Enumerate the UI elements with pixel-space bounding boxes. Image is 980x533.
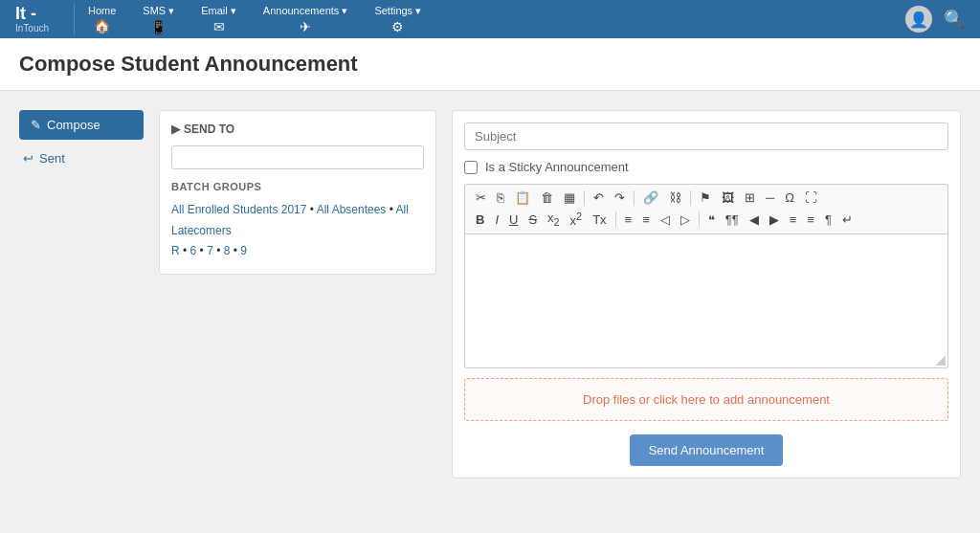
toolbar-paste[interactable]: 📋 (510, 189, 535, 207)
compose-label: Compose (47, 118, 100, 132)
batch-groups-label: BATCH GROUPS (171, 181, 424, 192)
nav-sms-label: SMS ▾ (143, 5, 174, 17)
toolbar-copy[interactable]: ⎘ (492, 189, 509, 207)
toolbar-bold[interactable]: B (471, 211, 489, 229)
toolbar-paragraph[interactable]: ¶ (820, 211, 836, 229)
toolbar-align-center[interactable]: ▶ (765, 211, 784, 229)
toolbar-unordered-list[interactable]: ≡ (637, 211, 655, 229)
toolbar-grid[interactable]: ⊞ (740, 189, 760, 207)
avatar-icon: 👤 (909, 11, 928, 29)
toolbar-rtl[interactable]: ↵ (837, 211, 858, 229)
nav-email-label: Email ▾ (201, 5, 236, 17)
nav-settings-label: Settings ▾ (374, 5, 421, 17)
toolbar-redo[interactable]: ↷ (610, 189, 630, 207)
avatar[interactable]: 👤 (905, 6, 932, 33)
toolbar-undo[interactable]: ↶ (589, 189, 609, 207)
toolbar-superscript[interactable]: x2 (566, 209, 588, 230)
toolbar-sep-3 (690, 190, 691, 206)
batch-link-all-absentees[interactable]: All Absentees (317, 203, 387, 216)
navbar-right: 👤 🔍 (905, 5, 972, 33)
batch-link-7[interactable]: 7 (207, 244, 213, 257)
toolbar-table[interactable]: ▦ (559, 189, 580, 207)
home-icon: 🏠 (94, 18, 110, 33)
batch-link-8[interactable]: 8 (224, 244, 231, 257)
subject-input[interactable] (464, 122, 948, 150)
compose-button[interactable]: ✎ Compose (19, 110, 144, 140)
toolbar-sep-5 (699, 211, 700, 227)
toolbar-sep-4 (615, 211, 616, 227)
sent-icon: ↩ (23, 151, 33, 166)
brand-it-label: It - (15, 5, 36, 24)
editor-toolbar: ✂ ⎘ 📋 🗑 ▦ ↶ ↷ 🔗 ⛓ ⚑ 🖼 ⊞ ─ Ω (464, 184, 948, 234)
main-wrapper: ✎ Compose ↩ Sent ▶ SEND TO BATCH GROUPS … (0, 91, 980, 533)
toolbar-row-2: B I U S x2 x2 Tx ≡ ≡ ◁ ▷ ❝ ¶¶ ◀ ▶ (471, 209, 942, 230)
toolbar-sep-1 (584, 190, 585, 206)
sidebar: ✎ Compose ↩ Sent (19, 110, 144, 169)
nav-items: Home 🏠 SMS ▾ 📱 Email ▾ ✉ Announcements ▾… (75, 1, 905, 38)
toolbar-image[interactable]: 🖼 (717, 189, 739, 207)
search-icon: 🔍 (944, 10, 965, 29)
send-to-input[interactable] (171, 145, 424, 169)
toolbar-align-justify[interactable]: ≡ (802, 211, 819, 229)
announcements-icon: ✈ (300, 19, 311, 34)
toolbar-cut[interactable]: ✂ (471, 189, 491, 207)
toolbar-unlink[interactable]: ⛓ (664, 189, 686, 207)
settings-icon: ⚙ (391, 19, 404, 34)
send-to-title: SEND TO (184, 122, 234, 136)
send-to-header: ▶ SEND TO (171, 122, 424, 136)
nav-announcements[interactable]: Announcements ▾ ✈ (250, 1, 362, 38)
file-drop-area[interactable]: Drop files or click here to add announce… (464, 378, 948, 421)
nav-home-label: Home (88, 5, 116, 16)
toolbar-blockquote[interactable]: ❝ (703, 211, 720, 229)
nav-settings[interactable]: Settings ▾ ⚙ (361, 1, 434, 38)
editor-body[interactable] (464, 234, 948, 368)
toolbar-sep-2 (634, 190, 635, 206)
toolbar-row-1: ✂ ⎘ 📋 🗑 ▦ ↶ ↷ 🔗 ⛓ ⚑ 🖼 ⊞ ─ Ω (471, 189, 942, 207)
brand-intouch-label: InTouch (15, 23, 49, 33)
compose-area: Is a Sticky Announcement ✂ ⎘ 📋 🗑 ▦ ↶ ↷ 🔗… (452, 110, 961, 478)
toolbar-clear-format[interactable]: Tx (588, 211, 611, 229)
toolbar-code[interactable]: ¶¶ (721, 211, 744, 229)
nav-announcements-label: Announcements ▾ (263, 5, 348, 17)
toolbar-align-right[interactable]: ≡ (785, 211, 802, 229)
toolbar-delete[interactable]: 🗑 (536, 189, 558, 207)
editor-resize-handle (936, 356, 946, 366)
send-announcement-label: Send Announcement (649, 443, 765, 457)
toolbar-underline[interactable]: U (504, 211, 523, 229)
batch-link-6[interactable]: 6 (190, 244, 197, 257)
nav-email[interactable]: Email ▾ ✉ (188, 1, 250, 38)
batch-link-all-enrolled[interactable]: All Enrolled Students 2017 (171, 203, 306, 216)
batch-group-links: All Enrolled Students 2017 • All Absente… (171, 200, 424, 262)
sent-link[interactable]: ↩ Sent (19, 147, 144, 169)
toolbar-strikethrough[interactable]: S (523, 211, 542, 229)
send-to-arrow-icon: ▶ (171, 122, 180, 136)
main-content: ✎ Compose ↩ Sent ▶ SEND TO BATCH GROUPS … (0, 91, 980, 498)
navbar: It - InTouch Home 🏠 SMS ▾ 📱 Email ▾ ✉ An… (0, 0, 980, 38)
toolbar-indent-left[interactable]: ◁ (656, 211, 675, 229)
nav-home[interactable]: Home 🏠 (75, 1, 129, 37)
page-title: Compose Student Announcement (19, 52, 961, 77)
toolbar-omega[interactable]: Ω (780, 189, 799, 207)
batch-link-r[interactable]: R (171, 244, 180, 257)
send-to-panel: ▶ SEND TO BATCH GROUPS All Enrolled Stud… (159, 110, 436, 275)
sticky-row: Is a Sticky Announcement (464, 160, 948, 174)
sticky-checkbox[interactable] (464, 161, 478, 174)
batch-link-9[interactable]: 9 (240, 244, 247, 257)
toolbar-link[interactable]: 🔗 (638, 189, 663, 207)
nav-sms[interactable]: SMS ▾ 📱 (129, 1, 188, 38)
send-announcement-button[interactable]: Send Announcement (630, 434, 784, 466)
toolbar-flag[interactable]: ⚑ (695, 189, 716, 207)
sms-icon: 📱 (150, 19, 167, 34)
email-icon: ✉ (213, 19, 225, 34)
toolbar-fullscreen[interactable]: ⛶ (800, 189, 822, 207)
toolbar-ordered-list[interactable]: ≡ (620, 211, 637, 229)
search-button[interactable]: 🔍 (936, 5, 972, 33)
pencil-icon: ✎ (31, 118, 41, 132)
toolbar-subscript[interactable]: x2 (543, 209, 565, 230)
toolbar-align-left[interactable]: ◀ (745, 211, 764, 229)
brand[interactable]: It - InTouch (8, 3, 75, 36)
toolbar-indent-right[interactable]: ▷ (676, 211, 695, 229)
toolbar-italic[interactable]: I (490, 211, 503, 229)
toolbar-hr[interactable]: ─ (761, 189, 779, 207)
send-button-row: Send Announcement (464, 434, 948, 466)
